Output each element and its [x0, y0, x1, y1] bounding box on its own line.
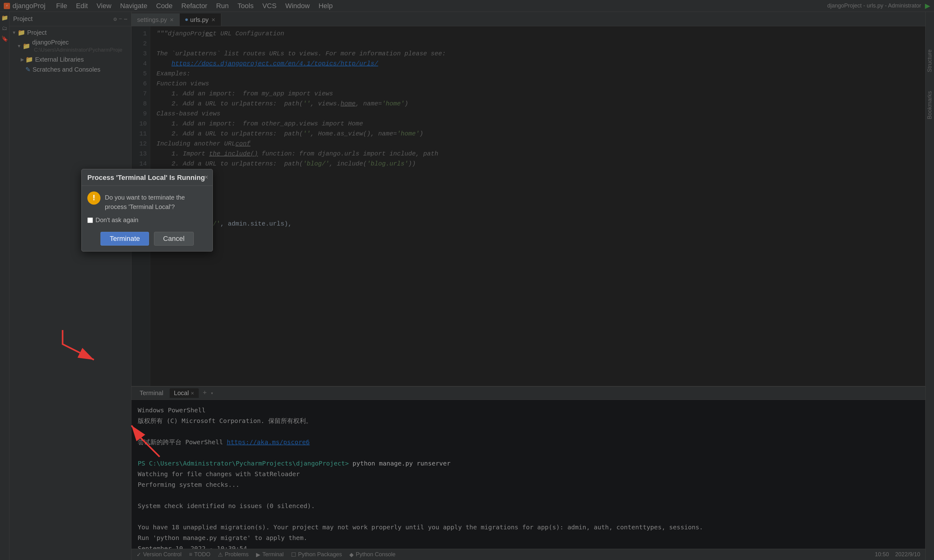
cancel-button[interactable]: Cancel: [154, 232, 193, 246]
dont-ask-checkbox[interactable]: [87, 217, 93, 223]
process-running-dialog: Process 'Terminal Local' Is Running ✕ ! …: [82, 169, 213, 252]
modal-close-button[interactable]: ✕: [204, 173, 208, 181]
terminate-button[interactable]: Terminate: [100, 232, 149, 246]
dont-ask-again-row: Don't ask again: [87, 217, 207, 224]
warning-icon: !: [87, 191, 100, 205]
modal-body: ! Do you want to terminate the process '…: [82, 186, 213, 251]
modal-message: Do you want to terminate the process 'Te…: [105, 193, 207, 211]
modal-header: Process 'Terminal Local' Is Running ✕: [82, 169, 213, 186]
modal-title: Process 'Terminal Local' Is Running: [87, 174, 205, 182]
modal-buttons: Terminate Cancel: [87, 229, 207, 247]
dont-ask-label[interactable]: Don't ask again: [96, 217, 138, 224]
modal-overlay: Process 'Terminal Local' Is Running ✕ ! …: [0, 0, 934, 560]
modal-icon-row: ! Do you want to terminate the process '…: [87, 191, 207, 211]
